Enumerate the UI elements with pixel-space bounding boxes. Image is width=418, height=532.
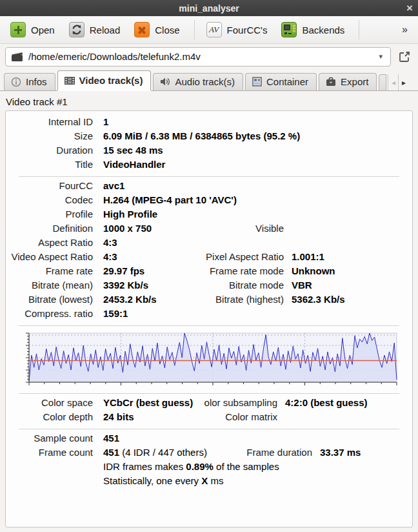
field-row: Video Aspect Ratio4:3Pixel Aspect Ratio1…: [6, 251, 412, 265]
tab-container[interactable]: Container: [245, 73, 317, 90]
close-file-button[interactable]: Close: [130, 19, 186, 40]
chevron-down-icon[interactable]: ▾: [376, 52, 385, 61]
window-title: mini_analyser: [179, 3, 239, 14]
field-value: 4:2:0 (best guess): [285, 397, 412, 408]
tab-scroll-right-icon[interactable]: ▸: [398, 74, 408, 90]
field-row: Sample count451: [6, 433, 412, 447]
field-label: Sample count: [6, 433, 103, 444]
chip-icon: [281, 22, 297, 37]
toolbar-separator: [359, 20, 359, 39]
tab-video-tracks-label: Video track(s): [79, 75, 143, 86]
field-row: FourCCavc1: [6, 180, 412, 194]
tab-video-tracks[interactable]: Video track(s): [57, 70, 152, 90]
section-divider: [19, 176, 399, 177]
field-row: Statistically, one every X ms: [6, 475, 412, 489]
tab-export[interactable]: Export: [319, 73, 377, 90]
tab-container-label: Container: [266, 76, 308, 87]
file-path-combobox[interactable]: /home/emeric/Downloads/telefunk2.m4v ▾: [5, 47, 391, 66]
field-value: H.264 (MPEG-4 part 10 'AVC'): [103, 194, 412, 205]
field-row: TitleVideoHandler: [6, 159, 412, 173]
field-section-codec: FourCCavc1CodecH.264 (MPEG-4 part 10 'AV…: [6, 180, 412, 322]
field-label: FourCC: [6, 180, 103, 191]
backends-button[interactable]: Backends: [277, 19, 351, 40]
reload-button-label: Reload: [90, 25, 121, 36]
field-value: IDR frames makes 0.89% of the samples: [103, 461, 412, 472]
field-label: Bitrate (highest): [187, 294, 292, 305]
field-label: Video Aspect Ratio: [6, 251, 103, 262]
field-label: Pixel Aspect Ratio: [187, 251, 292, 262]
field-sections: Internal ID1Size6.09 MiB / 6.38 MB / 638…: [6, 116, 412, 489]
field-row: ProfileHigh Profile: [6, 209, 412, 223]
field-value: 15 sec 48 ms: [103, 145, 412, 156]
file-path-text: /home/emeric/Downloads/telefunk2.m4v: [28, 51, 371, 62]
tab-infos[interactable]: Infos: [4, 73, 55, 90]
bitrate-graph: [19, 329, 399, 390]
speaker-icon: [160, 77, 170, 87]
field-section-identity: Internal ID1Size6.09 MiB / 6.38 MB / 638…: [6, 116, 412, 173]
window-close-icon[interactable]: ×: [406, 1, 413, 15]
field-value: 4:3: [103, 237, 412, 248]
field-label: Compress. ratio: [6, 308, 103, 319]
field-label: Frame count: [6, 447, 103, 458]
field-label: Internal ID: [6, 116, 103, 127]
field-label: Color space: [6, 397, 103, 408]
toolbar-overflow-chevron[interactable]: »: [402, 24, 408, 36]
clapperboard-icon: [11, 51, 23, 62]
field-row: CodecH.264 (MPEG-4 part 10 'AVC'): [6, 194, 412, 209]
toolbar: Open Reload Close AV FourCC's: [0, 16, 418, 44]
field-row: IDR frames makes 0.89% of the samples: [6, 461, 412, 475]
toolbar-separator: [194, 20, 195, 39]
field-row: Compress. ratio159:1: [6, 308, 412, 322]
field-value: 4:3: [103, 251, 187, 262]
section-divider: [19, 325, 399, 326]
tab-overflow-sliver: [379, 74, 386, 90]
field-row: Internal ID1: [6, 116, 412, 130]
field-section-samples: Sample count451Frame count451 (4 IDR / 4…: [6, 433, 412, 489]
field-value: 1: [103, 116, 412, 127]
field-value: VideoHandler: [103, 159, 412, 170]
field-value: High Profile: [103, 209, 412, 220]
field-label: olor subsampling: [200, 397, 285, 408]
film-icon: [65, 76, 75, 85]
field-row: Color depth24 bitsColor matrix: [6, 411, 412, 425]
content-area: Video track #1 Internal ID1Size6.09 MiB …: [0, 91, 418, 527]
field-label: Bitrate (mean): [6, 280, 103, 291]
field-label: Title: [6, 159, 103, 170]
field-label: Visible: [187, 223, 292, 234]
field-value: 451: [103, 433, 412, 444]
field-row: Bitrate (lowest)2453.2 Kb/sBitrate (high…: [6, 294, 412, 308]
field-label: Bitrate (lowest): [6, 294, 103, 305]
video-track-panel: Internal ID1Size6.09 MiB / 6.38 MB / 638…: [5, 110, 413, 527]
open-button-label: Open: [31, 25, 55, 36]
field-value: 2453.2 Kb/s: [103, 294, 187, 305]
title-bar: mini_analyser ×: [0, 0, 418, 16]
open-button[interactable]: Open: [6, 19, 61, 40]
fourccs-button[interactable]: AV FourCC's: [203, 19, 274, 40]
field-value: 451 (4 IDR / 447 others): [103, 447, 226, 458]
field-row: Aspect Ratio4:3: [6, 237, 412, 251]
field-row: Definition1000 x 750Visible: [6, 223, 412, 237]
close-button-label: Close: [155, 25, 179, 36]
reload-button[interactable]: Reload: [65, 19, 127, 40]
field-label: Frame rate mode: [187, 265, 292, 276]
tab-infos-label: Infos: [26, 76, 47, 87]
field-value: 5362.3 Kb/s: [292, 294, 412, 305]
field-value: 159:1: [103, 308, 412, 319]
page-title: Video track #1: [6, 96, 413, 107]
field-label: Color matrix: [200, 411, 285, 422]
tab-audio-tracks[interactable]: Audio track(s): [153, 73, 243, 90]
field-label: Frame duration: [226, 447, 320, 458]
field-value: Unknown: [292, 265, 412, 276]
tab-bar: Infos Video track(s) Audio track(s) Cont…: [0, 69, 418, 91]
field-row: Size6.09 MiB / 6.38 MB / 6384865 bytes (…: [6, 130, 412, 145]
field-row: Color spaceYCbCr (best guess)olor subsam…: [6, 397, 412, 411]
external-link-icon: [398, 50, 411, 63]
field-section-color: Color spaceYCbCr (best guess)olor subsam…: [6, 397, 412, 425]
tab-scroll-left-icon[interactable]: ◂: [388, 74, 398, 90]
field-value: 33.37 ms: [320, 447, 412, 458]
av-badge-icon: AV: [206, 22, 222, 37]
field-row: Frame count451 (4 IDR / 447 others)Frame…: [6, 447, 412, 461]
field-value: 1.001:1: [292, 251, 412, 262]
field-value: 3392 Kb/s: [103, 280, 187, 291]
open-external-button[interactable]: [396, 48, 413, 65]
